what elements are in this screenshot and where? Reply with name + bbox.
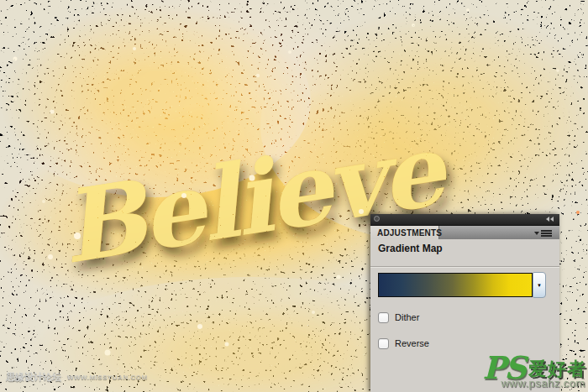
caret-down-icon: ▼ [537, 283, 542, 288]
tab-adjustments[interactable]: ADJUSTMENTS [370, 226, 439, 240]
divider [370, 266, 559, 267]
panel-grip-icon [374, 216, 380, 222]
panel-title: Gradient Map [378, 243, 443, 254]
left-arrow-icon [546, 217, 549, 222]
panel-menu-button[interactable] [534, 228, 554, 238]
dither-checkbox-row[interactable]: Dither [378, 311, 419, 323]
reverse-checkbox-row[interactable]: Reverse [378, 337, 429, 349]
dither-label: Dither [395, 312, 419, 322]
gradient-map-panel-body: Gradient Map ▼ Dither Reverse [370, 239, 559, 392]
tab-adjustments-label: ADJUSTMENTS [377, 228, 442, 238]
gradient-dropdown-button[interactable]: ▼ [533, 272, 546, 298]
canvas-stage: Believe Believe Believe [0, 0, 588, 392]
collapse-panels-icon[interactable] [546, 217, 554, 222]
gradient-preview-bar[interactable] [378, 273, 533, 297]
left-arrow-icon [550, 217, 554, 222]
panel-header-bar [370, 214, 559, 226]
reverse-label: Reverse [395, 338, 429, 348]
dither-checkbox[interactable] [378, 312, 389, 323]
panel-tab-bar: ADJUSTMENTS [370, 226, 559, 240]
reverse-checkbox[interactable] [378, 338, 389, 349]
caret-down-icon [534, 232, 539, 235]
adjustments-panel: ADJUSTMENTS Gradient Map ▼ Dither Revers… [370, 214, 559, 392]
menu-lines-icon [541, 230, 552, 232]
